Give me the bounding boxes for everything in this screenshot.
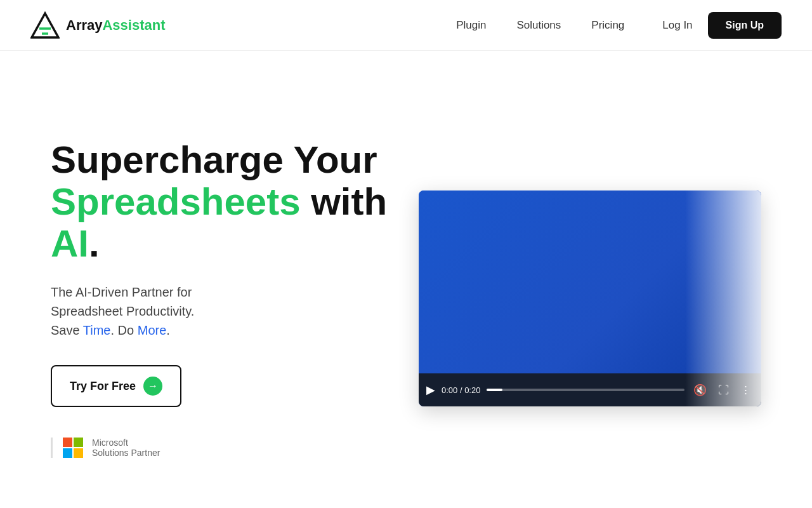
subtext-do: . Do: [110, 323, 137, 337]
signup-button[interactable]: Sign Up: [708, 12, 782, 39]
heading-period: .: [89, 222, 100, 265]
video-time: 0:00 / 0:20: [442, 385, 480, 395]
partner-title: Solutions Partner: [92, 448, 160, 458]
progress-bar[interactable]: [487, 389, 684, 391]
ms-yellow: [74, 448, 83, 458]
volume-button[interactable]: 🔇: [691, 385, 709, 396]
progress-fill: [487, 389, 502, 391]
heading-ai: AI: [51, 222, 89, 265]
partner-name: Microsoft: [92, 438, 160, 448]
nav-pricing[interactable]: Pricing: [591, 19, 624, 32]
subtext-end: .: [166, 323, 170, 337]
hero-left: Supercharge Your Spreadsheets with AI. T…: [51, 139, 419, 458]
video-wrapper: ▶ 0:00 / 0:20 🔇 ⛶ ⋮: [419, 190, 761, 406]
partner-badge: Microsoft Solutions Partner: [51, 438, 393, 458]
video-controls: ▶ 0:00 / 0:20 🔇 ⛶ ⋮: [419, 373, 761, 406]
partner-text-area: Microsoft Solutions Partner: [92, 438, 160, 458]
navbar: ArrayAssistant Plugin Solutions Pricing …: [0, 0, 812, 51]
nav-solutions[interactable]: Solutions: [516, 19, 561, 32]
fullscreen-button[interactable]: ⛶: [716, 385, 731, 396]
try-btn-label: Try For Free: [70, 380, 136, 393]
subtext-time-link[interactable]: Time: [83, 323, 111, 337]
play-button[interactable]: ▶: [426, 384, 435, 396]
ms-green: [74, 438, 83, 447]
ms-blue: [63, 448, 72, 458]
ms-red: [63, 438, 72, 447]
login-link[interactable]: Log In: [662, 19, 692, 32]
video-screen: [419, 190, 761, 373]
logo[interactable]: ArrayAssistant: [30, 11, 166, 40]
more-options-button[interactable]: ⋮: [738, 385, 754, 396]
heading-with: with: [301, 180, 388, 223]
logo-text: ArrayAssistant: [66, 17, 166, 34]
try-for-free-button[interactable]: Try For Free →: [51, 365, 181, 407]
video-player: ▶ 0:00 / 0:20 🔇 ⛶ ⋮: [419, 190, 761, 406]
nav-plugin[interactable]: Plugin: [456, 19, 486, 32]
heading-spreadsheets: Spreadsheets: [51, 180, 301, 223]
nav-actions: Log In Sign Up: [662, 12, 782, 39]
hero-heading: Supercharge Your Spreadsheets with AI.: [51, 139, 393, 265]
subtext-line1: The AI-Driven Partner for: [51, 285, 192, 299]
hero-right: ▶ 0:00 / 0:20 🔇 ⛶ ⋮: [419, 190, 761, 406]
subtext-save: Save: [51, 323, 83, 337]
hero-subtext: The AI-Driven Partner for Spreadsheet Pr…: [51, 283, 393, 340]
ms-grid-icon: [63, 438, 83, 458]
nav-links: Plugin Solutions Pricing: [456, 19, 624, 32]
microsoft-logo: [63, 438, 83, 458]
subtext-line2: Spreadsheet Productivity.: [51, 304, 194, 318]
arrow-icon: →: [143, 377, 162, 396]
hero-section: Supercharge Your Spreadsheets with AI. T…: [0, 51, 812, 508]
heading-line1: Supercharge Your: [51, 138, 377, 181]
subtext-more-link[interactable]: More: [138, 323, 167, 337]
logo-icon: [30, 11, 60, 40]
